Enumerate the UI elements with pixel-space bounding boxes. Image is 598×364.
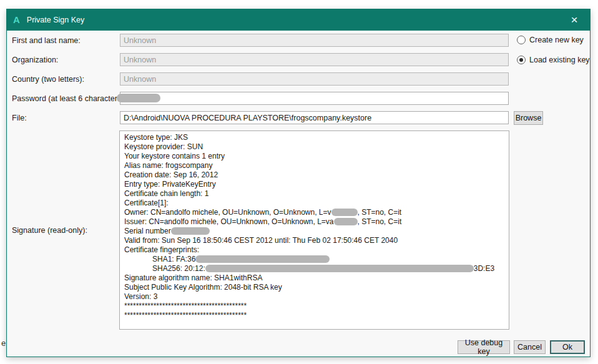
signature-text: Your keystore contains 1 entry (124, 152, 225, 160)
signature-line: Valid from: Sun Sep 16 18:50:46 CEST 201… (124, 236, 504, 245)
signature-line: Serial number (124, 227, 504, 236)
file-label: File: (12, 114, 27, 122)
organization-input (120, 53, 509, 66)
redaction-blur (331, 209, 358, 216)
signature-text: Keystore type: JKS (124, 133, 188, 142)
organization-label: Organization: (12, 56, 58, 64)
signature-text: 3D:E3 (474, 264, 494, 273)
signature-text: Creation date: Sep 16, 2012 (124, 170, 218, 179)
signature-line: Keystore type: JKS (124, 133, 504, 142)
close-icon[interactable]: × (565, 9, 584, 31)
signature-line: SHA256: 20:12:3D:E3 (124, 264, 504, 273)
ok-button[interactable]: Ok (550, 340, 585, 354)
app-icon: A (13, 9, 20, 31)
cancel-button[interactable]: Cancel (514, 340, 546, 354)
redaction-blur (205, 265, 474, 272)
signature-line: Creation date: Sep 16, 2012 (124, 170, 504, 180)
browse-button[interactable]: Browse (514, 111, 543, 125)
signature-text: Owner: CN=andolfo michele, OU=Unknown, O… (124, 208, 331, 217)
signature-text: Certificate chain length: 1 (124, 189, 208, 198)
signature-text: Issuer: CN=andolfo michele, OU=Unknown, … (124, 217, 334, 226)
radio-button-icon (517, 36, 526, 44)
password-label: Password (at least 6 characters): (12, 94, 126, 103)
signature-line: Certificate chain length: 1 (124, 189, 504, 199)
signature-line: Owner: CN=andolfo michele, OU=Unknown, O… (124, 208, 504, 217)
signature-text: Version: 3 (124, 292, 157, 301)
use-debug-key-button[interactable]: Use debug key (458, 340, 510, 354)
password-input[interactable] (120, 92, 509, 105)
signature-line: SHA1: FA:36 (124, 255, 504, 264)
signature-text: ****************************************… (124, 302, 247, 310)
signature-text: Certificate[1]: (124, 199, 169, 207)
radio-load-existing-key[interactable]: Load existing key (517, 56, 590, 64)
signature-line: Issuer: CN=andolfo michele, OU=Unknown, … (124, 217, 504, 227)
signature-line: Version: 3 (124, 292, 504, 302)
signature-label: Signature (read-only): (12, 226, 87, 235)
redaction-blur (195, 255, 330, 263)
signature-line: ****************************************… (124, 302, 504, 311)
file-path-input[interactable] (120, 111, 509, 124)
country-label: Country (two letters): (12, 75, 84, 84)
country-input (120, 72, 509, 86)
signature-text: Valid from: Sun Sep 16 18:50:46 CEST 201… (124, 236, 398, 245)
radio-create-new-key-label: Create new key (529, 36, 584, 44)
window-title: Private Sign Key (27, 16, 84, 24)
first-last-name-input (120, 34, 509, 47)
radio-load-existing-key-label: Load existing key (529, 56, 590, 64)
signature-line: Signature algorithm name: SHA1withRSA (124, 273, 504, 283)
signature-text: Certificate fingerprints: (124, 245, 199, 254)
signature-line: Certificate fingerprints: (124, 245, 504, 255)
redaction-blur (334, 218, 358, 225)
signature-text: SHA1: FA:36 (152, 255, 195, 263)
signature-line: Alias name: frogscompany (124, 161, 504, 170)
titlebar[interactable]: A Private Sign Key × (7, 9, 590, 31)
signature-text: , ST=no, C=it (358, 208, 402, 217)
desktop-background: { "background": { "fragment": "e" }, "wi… (0, 0, 598, 364)
signature-text: Subject Public Key Algorithm: 2048-bit R… (124, 283, 282, 292)
signature-text: Serial number (124, 227, 171, 235)
signature-text: Keystore provider: SUN (124, 142, 203, 151)
redaction-blur (171, 227, 210, 235)
signature-text: SHA256: 20:12: (152, 264, 205, 273)
background-text-fragment: e (1, 338, 6, 348)
signature-readonly-textarea[interactable]: Keystore type: JKSKeystore provider: SUN… (119, 130, 509, 330)
signature-text: , ST=no, C=it (358, 217, 402, 226)
private-sign-key-dialog: A Private Sign Key × First and last name… (6, 9, 591, 357)
signature-text: Entry type: PrivateKeyEntry (124, 180, 216, 189)
signature-text: Signature algorithm name: SHA1withRSA (124, 273, 262, 282)
signature-line: ****************************************… (124, 311, 504, 320)
signature-text: ****************************************… (124, 311, 247, 320)
first-last-name-label: First and last name: (12, 36, 81, 45)
signature-line: Certificate[1]: (124, 199, 504, 208)
radio-button-icon (517, 56, 526, 64)
signature-text: Alias name: frogscompany (124, 161, 212, 170)
signature-line: Keystore provider: SUN (124, 142, 504, 152)
signature-line: Subject Public Key Algorithm: 2048-bit R… (124, 283, 504, 292)
password-redaction-blur (117, 94, 160, 102)
radio-create-new-key[interactable]: Create new key (517, 36, 584, 44)
signature-line: Entry type: PrivateKeyEntry (124, 180, 504, 189)
signature-line: Your keystore contains 1 entry (124, 152, 504, 161)
